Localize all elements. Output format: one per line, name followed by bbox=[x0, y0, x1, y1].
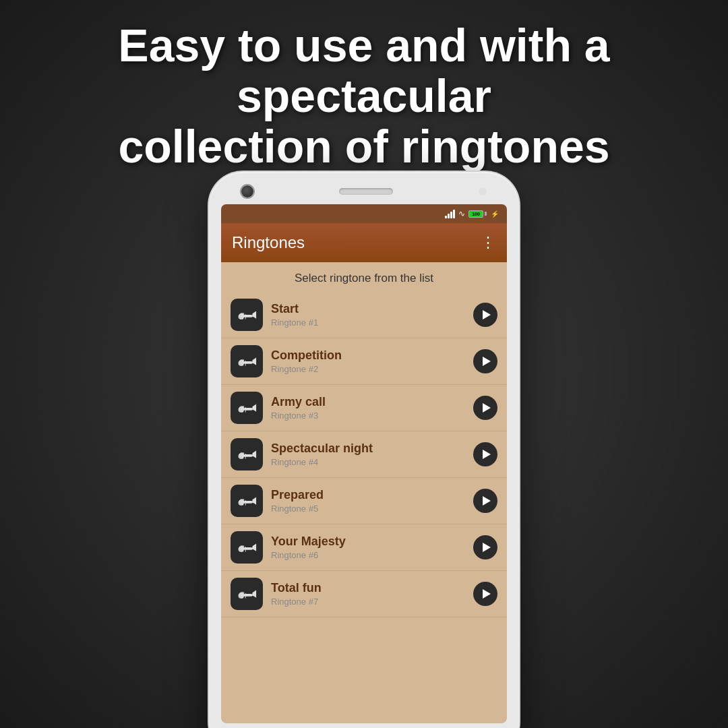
ringtone-number: Ringtone #4 bbox=[271, 457, 465, 467]
bugle-icon bbox=[237, 305, 257, 325]
ringtone-icon-box bbox=[231, 438, 263, 471]
phone-shell: ∿ 100 ⚡ Ringtones ⋮ Select ringtone from… bbox=[209, 172, 519, 728]
phone-camera bbox=[241, 185, 253, 198]
ringtone-text: Start Ringtone #1 bbox=[271, 302, 465, 328]
play-button[interactable] bbox=[473, 582, 497, 606]
ringtone-icon-box bbox=[231, 531, 263, 564]
ringtone-name: Total fun bbox=[271, 581, 465, 595]
select-prompt: Select ringtone from the list bbox=[221, 262, 507, 292]
headline-text: Easy to use and with a spectacular colle… bbox=[27, 20, 701, 171]
battery-tip bbox=[485, 212, 487, 216]
ringtone-item: Spectacular night Ringtone #4 bbox=[221, 431, 507, 478]
play-button[interactable] bbox=[473, 303, 497, 327]
ringtone-name: Competition bbox=[271, 348, 465, 363]
ringtone-number: Ringtone #5 bbox=[271, 504, 465, 514]
status-icons: ∿ 100 ⚡ bbox=[445, 209, 499, 218]
bugle-icon bbox=[237, 351, 257, 371]
ringtone-icon-box bbox=[231, 485, 263, 517]
ringtone-icon-box bbox=[231, 345, 263, 377]
ringtone-number: Ringtone #2 bbox=[271, 364, 465, 374]
ringtone-name: Start bbox=[271, 302, 465, 316]
phone-speaker bbox=[339, 188, 393, 195]
ringtone-name: Spectacular night bbox=[271, 442, 465, 456]
play-button[interactable] bbox=[473, 442, 497, 466]
battery-icon: 100 bbox=[468, 210, 487, 218]
signal-icon bbox=[445, 209, 455, 218]
ringtone-name: Prepared bbox=[271, 488, 465, 502]
ringtone-icon-box bbox=[231, 578, 263, 610]
phone-mockup: ∿ 100 ⚡ Ringtones ⋮ Select ringtone from… bbox=[209, 172, 519, 728]
headline-line2: collection of ringtones bbox=[118, 121, 609, 172]
phone-screen: ∿ 100 ⚡ Ringtones ⋮ Select ringtone from… bbox=[221, 204, 507, 723]
ringtone-text: Prepared Ringtone #5 bbox=[271, 488, 465, 514]
ringtone-item: Prepared Ringtone #5 bbox=[221, 478, 507, 524]
app-bar: Ringtones ⋮ bbox=[221, 223, 507, 262]
headline-line1: Easy to use and with a spectacular bbox=[118, 20, 609, 121]
play-button[interactable] bbox=[473, 396, 497, 420]
ringtone-text: Army call Ringtone #3 bbox=[271, 395, 465, 421]
charging-icon: ⚡ bbox=[491, 210, 499, 218]
ringtone-number: Ringtone #1 bbox=[271, 317, 465, 328]
ringtone-item: Competition Ringtone #2 bbox=[221, 338, 507, 385]
ringtone-item: Total fun Ringtone #7 bbox=[221, 571, 507, 617]
ringtone-icon-box bbox=[231, 392, 263, 424]
ringtone-number: Ringtone #3 bbox=[271, 411, 465, 421]
menu-button[interactable]: ⋮ bbox=[481, 234, 496, 251]
bugle-icon bbox=[237, 444, 257, 464]
ringtone-name: Your Majesty bbox=[271, 535, 465, 549]
status-bar: ∿ 100 ⚡ bbox=[221, 204, 507, 223]
ringtone-item: Army call Ringtone #3 bbox=[221, 385, 507, 431]
play-button[interactable] bbox=[473, 349, 497, 373]
ringtone-item: Start Ringtone #1 bbox=[221, 292, 507, 338]
phone-top-bar bbox=[221, 185, 507, 198]
ringtone-number: Ringtone #7 bbox=[271, 597, 465, 607]
play-button[interactable] bbox=[473, 535, 497, 559]
ringtone-list: Start Ringtone #1 bbox=[221, 292, 507, 617]
wifi-icon: ∿ bbox=[458, 209, 465, 218]
app-title: Ringtones bbox=[232, 233, 305, 252]
phone-dot bbox=[479, 187, 487, 195]
battery-level: 100 bbox=[468, 210, 483, 218]
ringtone-text: Total fun Ringtone #7 bbox=[271, 581, 465, 607]
ringtone-icon-box bbox=[231, 299, 263, 331]
play-button[interactable] bbox=[473, 489, 497, 513]
headline-section: Easy to use and with a spectacular colle… bbox=[0, 20, 728, 171]
bugle-icon bbox=[237, 584, 257, 604]
ringtone-number: Ringtone #6 bbox=[271, 550, 465, 560]
ringtone-item: Your Majesty Ringtone #6 bbox=[221, 524, 507, 571]
ringtone-text: Spectacular night Ringtone #4 bbox=[271, 442, 465, 467]
bugle-icon bbox=[237, 398, 257, 418]
bugle-icon bbox=[237, 491, 257, 511]
ringtone-text: Competition Ringtone #2 bbox=[271, 348, 465, 374]
ringtone-text: Your Majesty Ringtone #6 bbox=[271, 535, 465, 560]
ringtone-name: Army call bbox=[271, 395, 465, 409]
bugle-icon bbox=[237, 537, 257, 557]
